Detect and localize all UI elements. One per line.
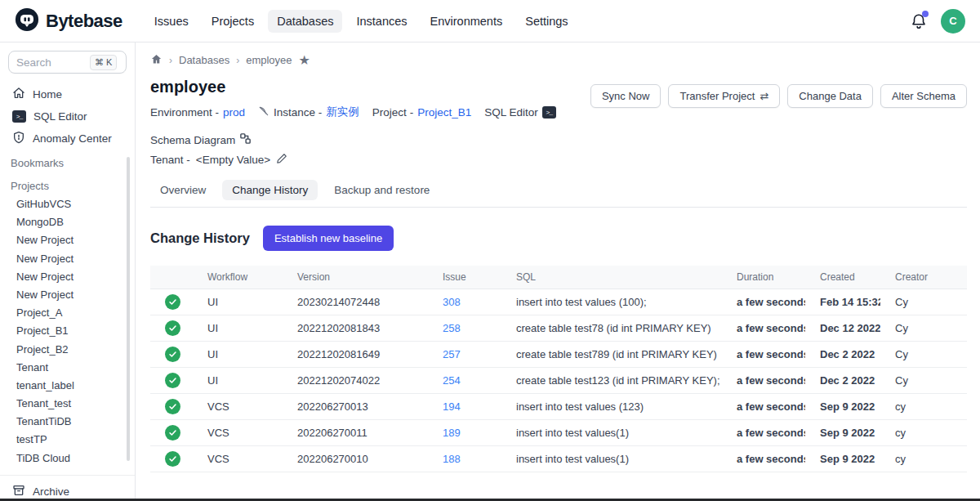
tenant-label: Tenant - — [150, 154, 190, 166]
tab-item[interactable]: Change History — [222, 180, 318, 200]
table-row[interactable]: VCS 202206270010 188 insert into test va… — [150, 446, 967, 472]
topnav-item[interactable]: Issues — [145, 10, 198, 33]
notification-bell-icon[interactable] — [910, 12, 928, 30]
environment-label: Environment - — [150, 106, 219, 119]
sidebar-project-item[interactable]: Project_A — [0, 304, 135, 322]
sql-editor-shortcut[interactable]: SQL Editor >_ — [484, 106, 556, 119]
created-cell: Feb 14 15:32 — [805, 289, 880, 315]
workflow-cell: VCS — [193, 446, 283, 472]
created-cell: Sep 9 2022 — [805, 420, 880, 446]
column-header: Issue — [428, 266, 501, 289]
table-row[interactable]: VCS 202206270013 194 insert into test va… — [150, 394, 967, 420]
topnav-item[interactable]: Settings — [516, 10, 577, 33]
alter-schema-button[interactable]: Alter Schema — [880, 84, 967, 108]
success-check-icon — [165, 373, 180, 388]
topbar-right: C — [910, 9, 965, 34]
topnav-item[interactable]: Databases — [268, 10, 342, 33]
sql-cell: create table test123 (id int PRIMARY KEY… — [501, 368, 722, 394]
sidebar-project-item[interactable]: Project_B2 — [0, 341, 135, 359]
column-header: Version — [283, 266, 428, 289]
brand-name: Bytebase — [46, 11, 122, 32]
breadcrumb-employee[interactable]: employee — [246, 54, 292, 66]
projects-section-label: Projects — [0, 172, 135, 195]
transfer-project-button[interactable]: Transfer Project ⇄ — [668, 84, 780, 108]
table-row[interactable]: VCS 202206270011 189 insert into test va… — [150, 420, 967, 446]
sidebar-project-item[interactable]: testTP — [0, 431, 135, 449]
workflow-cell: UI — [193, 289, 283, 315]
search-shortcut-badge: ⌘ K — [90, 55, 117, 70]
topnav-item[interactable]: Instances — [347, 10, 416, 33]
sql-cell: insert into test values(1) — [501, 420, 722, 446]
project-link[interactable]: Project_B1 — [417, 106, 471, 119]
table-row[interactable]: UI 20221202074022 254 create table test1… — [150, 368, 967, 394]
database-actions: Sync Now Transfer Project ⇄ Change Data … — [590, 84, 967, 108]
creator-cell: Cy — [880, 342, 967, 368]
issue-link[interactable]: 188 — [443, 453, 461, 465]
table-row[interactable]: UI 20221202081649 257 create table test7… — [150, 342, 967, 368]
sidebar-project-item[interactable]: TenantTiDB — [0, 413, 135, 431]
sidebar-project-item[interactable]: Tenant — [0, 359, 135, 377]
sidebar-project-item[interactable]: New Project — [0, 250, 135, 268]
issue-link[interactable]: 254 — [443, 374, 461, 387]
topnav-item[interactable]: Projects — [203, 10, 263, 33]
table-row[interactable]: UI 20230214072448 308 insert into test v… — [150, 289, 967, 315]
duration-cell: a few seconds — [722, 315, 805, 342]
change-data-button[interactable]: Change Data — [787, 84, 873, 108]
issue-link[interactable]: 189 — [443, 427, 461, 439]
sidebar-item-archive[interactable]: Archive — [0, 481, 135, 499]
sidebar-project-item[interactable]: Project_B1 — [0, 322, 135, 340]
sidebar-item-label: Anomaly Center — [33, 132, 112, 145]
sidebar-item-anomaly-center[interactable]: Anomaly Center — [0, 127, 135, 150]
workflow-cell: UI — [193, 315, 283, 342]
sidebar-scrollbar[interactable] — [127, 157, 130, 461]
transfer-arrows-icon: ⇄ — [760, 90, 768, 102]
sidebar-project-item[interactable]: New Project — [0, 286, 135, 304]
search-box[interactable]: ⌘ K — [8, 51, 127, 74]
sidebar-item-sql-editor[interactable]: >_ SQL Editor — [0, 105, 135, 127]
sidebar-project-item[interactable]: tenant_label — [0, 377, 135, 395]
sidebar-project-item[interactable]: New Project — [0, 268, 135, 286]
environment-meta: Environment - prod — [150, 106, 245, 119]
breadcrumb: › Databases › employee ★ — [150, 52, 967, 68]
bookmark-star-icon[interactable]: ★ — [299, 52, 310, 68]
issue-link[interactable]: 308 — [443, 296, 461, 308]
version-cell: 202206270010 — [283, 446, 428, 472]
issue-link[interactable]: 258 — [443, 322, 461, 334]
edit-pencil-icon[interactable] — [276, 153, 287, 167]
tab-item[interactable]: Overview — [150, 180, 216, 200]
establish-baseline-button[interactable]: Establish new baseline — [263, 226, 394, 251]
sidebar-project-item[interactable]: MongoDB — [0, 213, 135, 231]
sidebar-item-label: Archive — [33, 485, 69, 498]
button-label: Change Data — [799, 90, 862, 102]
version-cell: 20221202081843 — [283, 315, 428, 342]
status-column-header — [150, 266, 193, 289]
created-cell: Sep 9 2022 — [805, 446, 880, 472]
topnav-item[interactable]: Environments — [421, 10, 512, 33]
bytebase-logo[interactable]: Bytebase — [15, 7, 122, 35]
sync-now-button[interactable]: Sync Now — [590, 84, 662, 108]
sidebar-project-item[interactable]: GitHubVCS — [0, 195, 135, 213]
environment-link[interactable]: prod — [223, 106, 245, 119]
breadcrumb-databases[interactable]: Databases — [179, 54, 229, 66]
sidebar-item-label: SQL Editor — [33, 110, 87, 123]
search-input[interactable] — [16, 56, 87, 69]
instance-link[interactable]: 新实例 — [326, 105, 359, 119]
issue-link[interactable]: 257 — [443, 348, 461, 360]
sql-editor-icon: >_ — [12, 110, 26, 123]
tab-item[interactable]: Backup and restore — [324, 180, 439, 200]
user-avatar[interactable]: C — [941, 9, 965, 34]
table-row[interactable]: UI 20221202081843 258 create table test7… — [150, 315, 967, 342]
breadcrumb-home-icon[interactable] — [150, 53, 163, 68]
issue-link[interactable]: 194 — [443, 400, 461, 413]
sidebar-item-home[interactable]: Home — [0, 83, 135, 105]
sidebar-project-item[interactable]: TiDB Cloud — [0, 450, 135, 467]
sidebar-project-item[interactable]: New Project — [0, 231, 135, 249]
version-cell: 202206270011 — [283, 420, 428, 446]
duration-cell: a few seconds — [722, 394, 805, 420]
archive-icon — [12, 484, 25, 499]
sidebar-project-item[interactable]: Tenant_test — [0, 395, 135, 413]
sidebar-projects-list: GitHubVCS MongoDB New Project New Projec… — [0, 195, 135, 467]
duration-cell: a few seconds — [722, 420, 805, 446]
section-title: Change History — [150, 230, 250, 246]
schema-diagram-shortcut[interactable]: Schema Diagram — [150, 132, 252, 147]
